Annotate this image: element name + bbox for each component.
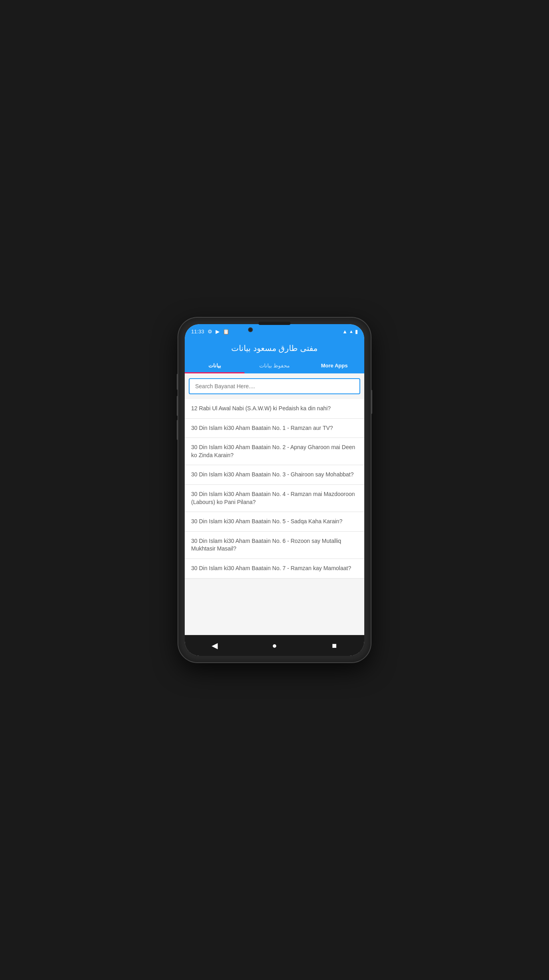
phone-screen: 11:33 ⚙ ▶ 📋 مفتی طارق مسعود بیانات بیا xyxy=(185,324,364,656)
volume-down-button xyxy=(177,396,178,416)
battery-icon xyxy=(355,329,358,335)
clipboard-icon: 📋 xyxy=(223,329,229,335)
gear-icon: ⚙ xyxy=(208,329,212,335)
list-container: 12 Rabi Ul Awal Nabi (S.A.W.W) ki Pedais… xyxy=(185,399,364,579)
back-button[interactable]: ◀ xyxy=(207,637,223,653)
bottom-navigation: ◀ ● ■ xyxy=(185,635,364,656)
silent-button xyxy=(177,420,178,440)
status-bar: 11:33 ⚙ ▶ 📋 xyxy=(185,324,364,339)
camera xyxy=(248,327,253,332)
play-icon: ▶ xyxy=(216,329,220,335)
phone-frame: 11:33 ⚙ ▶ 📋 مفتی طارق مسعود بیانات بیا xyxy=(178,318,371,662)
tab-bar: بیانات محفوظ بیانات More Apps xyxy=(185,358,364,373)
speaker xyxy=(258,322,291,325)
app-title: مفتی طارق مسعود بیانات xyxy=(191,343,358,358)
tab-bayanat[interactable]: بیانات xyxy=(185,358,244,373)
list-item[interactable]: 30 Din Islam ki30 Aham Baatain No. 4 - R… xyxy=(185,485,364,512)
list-item[interactable]: 30 Din Islam ki30 Aham Baatain No. 2 - A… xyxy=(185,438,364,465)
list-item[interactable]: 30 Din Islam ki30 Aham Baatain No. 6 - R… xyxy=(185,532,364,559)
tab-more-apps[interactable]: More Apps xyxy=(305,358,364,373)
signal-icon xyxy=(349,329,353,334)
tab-mehfooz[interactable]: محفوظ بیانات xyxy=(244,358,304,373)
volume-up-button xyxy=(177,374,178,390)
power-button xyxy=(371,390,372,414)
wifi-icon xyxy=(342,329,347,335)
status-left: 11:33 ⚙ ▶ 📋 xyxy=(191,329,229,335)
list-item[interactable]: 12 Rabi Ul Awal Nabi (S.A.W.W) ki Pedais… xyxy=(185,399,364,419)
search-input[interactable] xyxy=(189,378,360,394)
clock: 11:33 xyxy=(191,329,204,335)
status-right xyxy=(342,329,358,335)
list-item[interactable]: 30 Din Islam ki30 Aham Baatain No. 5 - S… xyxy=(185,512,364,532)
recents-button[interactable]: ■ xyxy=(326,637,342,653)
home-button[interactable]: ● xyxy=(266,637,283,653)
list-item[interactable]: 30 Din Islam ki30 Aham Baatain No. 1 - R… xyxy=(185,419,364,438)
screen-content: 11:33 ⚙ ▶ 📋 مفتی طارق مسعود بیانات بیا xyxy=(185,324,364,656)
main-content: 12 Rabi Ul Awal Nabi (S.A.W.W) ki Pedais… xyxy=(185,373,364,635)
list-item[interactable]: 30 Din Islam ki30 Aham Baatain No. 3 - G… xyxy=(185,465,364,485)
app-bar: مفتی طارق مسعود بیانات xyxy=(185,339,364,358)
search-container xyxy=(185,373,364,399)
list-item[interactable]: 30 Din Islam ki30 Aham Baatain No. 7 - R… xyxy=(185,559,364,579)
